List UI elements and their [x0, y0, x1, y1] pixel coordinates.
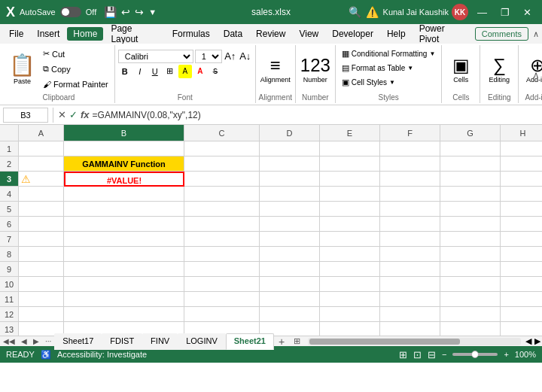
font-family-select[interactable]: Calibri — [118, 50, 193, 63]
cell-h10[interactable] — [501, 277, 542, 292]
cell-h12[interactable] — [501, 307, 542, 322]
save-icon[interactable]: 💾 — [104, 6, 117, 18]
row-num-8[interactable]: 8 — [0, 247, 19, 262]
row-num-1[interactable]: 1 — [0, 141, 19, 156]
row-num-7[interactable]: 7 — [0, 232, 19, 247]
conditional-formatting-button[interactable]: ▦ Conditional Formatting ▼ — [339, 47, 439, 60]
italic-button[interactable]: I — [133, 65, 147, 78]
undo-icon[interactable]: ↩ — [121, 6, 130, 18]
border-button[interactable]: ⊞ — [163, 65, 177, 78]
more-tools-icon[interactable]: ▼ — [148, 8, 157, 17]
cell-h5[interactable] — [501, 202, 542, 217]
cell-a2[interactable] — [19, 156, 64, 172]
cell-f9[interactable] — [380, 262, 440, 277]
comments-button[interactable]: Comments — [475, 27, 528, 41]
scroll-right-icon[interactable]: ▶ — [533, 336, 542, 346]
cell-f6[interactable] — [380, 217, 440, 232]
cell-a1[interactable] — [19, 141, 64, 156]
collapse-ribbon-icon[interactable]: ∧ — [533, 69, 539, 79]
cell-e8[interactable] — [320, 247, 380, 262]
cell-f8[interactable] — [380, 247, 440, 262]
menu-data[interactable]: Data — [218, 27, 248, 41]
zoom-slider[interactable] — [452, 353, 498, 356]
cell-h8[interactable] — [501, 247, 542, 262]
decrease-font-icon[interactable]: A↓ — [239, 50, 252, 63]
cell-e5[interactable] — [320, 202, 380, 217]
cell-g11[interactable] — [440, 292, 501, 307]
cell-d5[interactable] — [260, 202, 320, 217]
sheet-more-icon[interactable]: ··· — [42, 337, 54, 345]
cell-g3[interactable] — [440, 172, 501, 187]
sheet-tab-loginv[interactable]: LOGINV — [178, 333, 226, 350]
cell-d9[interactable] — [260, 262, 320, 277]
sheet-tab-fdist[interactable]: FDIST — [102, 333, 142, 350]
cut-button[interactable]: ✂ Cut — [40, 47, 111, 61]
cell-b5[interactable] — [64, 202, 184, 217]
cell-a4[interactable] — [19, 187, 64, 202]
cell-h9[interactable] — [501, 262, 542, 277]
row-num-6[interactable]: 6 — [0, 217, 19, 232]
cell-h7[interactable] — [501, 232, 542, 247]
zoom-out-icon[interactable]: − — [442, 350, 446, 359]
cell-a3[interactable]: ⚠ — [19, 172, 64, 187]
format-as-table-button[interactable]: ▤ Format as Table ▼ — [339, 61, 416, 74]
menu-help[interactable]: Help — [381, 27, 412, 41]
cell-b1[interactable] — [64, 141, 184, 156]
cell-b6[interactable] — [64, 217, 184, 232]
col-header-g[interactable]: G — [440, 125, 501, 141]
cell-e6[interactable] — [320, 217, 380, 232]
col-header-c[interactable]: C — [184, 125, 260, 141]
row-num-9[interactable]: 9 — [0, 262, 19, 277]
cell-g10[interactable] — [440, 277, 501, 292]
h-scrollbar-thumb[interactable] — [309, 339, 460, 345]
cell-h11[interactable] — [501, 292, 542, 307]
cell-g6[interactable] — [440, 217, 501, 232]
row-num-4[interactable]: 4 — [0, 187, 19, 202]
zoom-in-icon[interactable]: + — [504, 350, 508, 359]
strikethrough-button[interactable]: S̶ — [209, 65, 222, 78]
cell-c5[interactable] — [184, 202, 260, 217]
sheet-view-page-icon[interactable]: ⊡ — [413, 349, 422, 360]
cell-d4[interactable] — [260, 187, 320, 202]
minimize-button[interactable]: — — [473, 5, 492, 20]
cell-c9[interactable] — [184, 262, 260, 277]
cell-styles-button[interactable]: ▣ Cell Styles ▼ — [339, 75, 398, 89]
sheet-back-icon[interactable]: ◀ — [18, 337, 30, 345]
editing-button[interactable]: ∑ Editing — [483, 53, 515, 85]
row-num-2[interactable]: 2 — [0, 156, 19, 172]
row-num-10[interactable]: 10 — [0, 277, 19, 292]
cell-f4[interactable] — [380, 187, 440, 202]
cell-a10[interactable] — [19, 277, 64, 292]
col-header-a[interactable]: A — [19, 125, 64, 141]
cell-h4[interactable] — [501, 187, 542, 202]
cell-e1[interactable] — [320, 141, 380, 156]
row-num-11[interactable]: 11 — [0, 292, 19, 307]
col-header-e[interactable]: E — [320, 125, 380, 141]
row-num-5[interactable]: 5 — [0, 202, 19, 217]
name-box[interactable] — [3, 108, 48, 123]
cell-c10[interactable] — [184, 277, 260, 292]
cell-f2[interactable] — [380, 156, 440, 172]
format-painter-button[interactable]: 🖌 Format Painter — [40, 77, 111, 91]
sheet-tab-sheet17[interactable]: Sheet17 — [54, 333, 102, 350]
bold-button[interactable]: B — [118, 65, 132, 78]
cell-e4[interactable] — [320, 187, 380, 202]
menu-power-pivot[interactable]: Power Pivot — [413, 22, 470, 46]
cell-e12[interactable] — [320, 307, 380, 322]
cell-d2[interactable] — [260, 156, 320, 172]
scroll-left-icon[interactable]: ◀ — [524, 336, 533, 346]
cell-e3[interactable] — [320, 172, 380, 187]
col-header-b[interactable]: B — [64, 125, 184, 141]
expand-ribbon-icon[interactable]: ∧ — [533, 29, 539, 39]
cell-f11[interactable] — [380, 292, 440, 307]
cell-b8[interactable] — [64, 247, 184, 262]
menu-file[interactable]: File — [3, 27, 29, 41]
font-size-select[interactable]: 14 — [195, 50, 222, 63]
sheet-options-button[interactable]: ⊞ — [289, 336, 305, 346]
cell-a5[interactable] — [19, 202, 64, 217]
accessibility-label[interactable]: Accessibility: Investigate — [57, 350, 147, 359]
close-button[interactable]: ✕ — [519, 5, 536, 20]
cell-d7[interactable] — [260, 232, 320, 247]
menu-page-layout[interactable]: Page Layout — [105, 22, 164, 46]
sheet-tab-finv[interactable]: FINV — [142, 333, 178, 350]
